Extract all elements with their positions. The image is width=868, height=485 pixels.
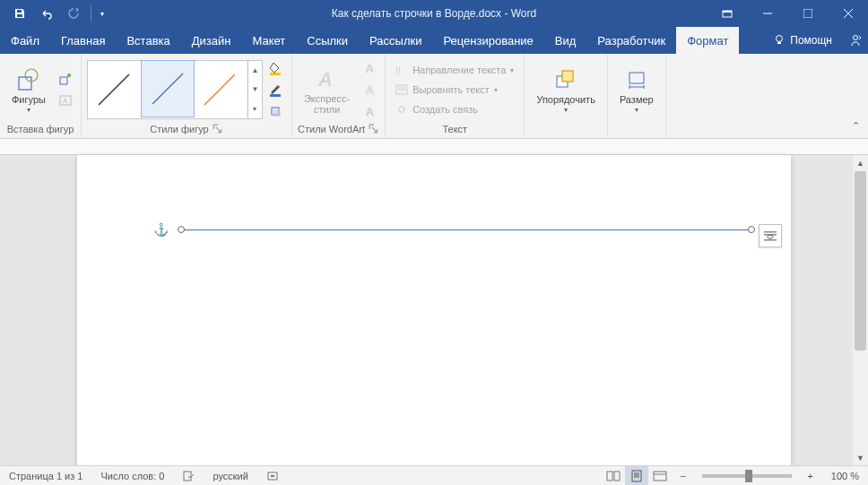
shape-styles-launcher[interactable]	[213, 124, 223, 134]
tab-mailings[interactable]: Рассылки	[359, 27, 432, 54]
svg-rect-8	[19, 77, 31, 90]
close-button[interactable]	[828, 0, 868, 27]
redo-button[interactable]	[61, 1, 86, 26]
shape-style-1[interactable]	[88, 61, 142, 118]
svg-text:A: A	[317, 68, 333, 91]
window-controls	[707, 0, 868, 27]
shapes-label: Фигуры	[12, 94, 46, 105]
align-text-icon	[395, 83, 408, 96]
horizontal-ruler[interactable]	[0, 139, 868, 155]
scroll-down-button[interactable]: ▼	[853, 450, 868, 465]
svg-line-16	[204, 74, 235, 105]
document-page[interactable]: ⚓	[77, 155, 791, 465]
zoom-slider-thumb[interactable]	[745, 470, 752, 482]
tab-view[interactable]: Вид	[544, 27, 587, 54]
vertical-scrollbar[interactable]: ▲ ▼	[853, 155, 868, 465]
status-page[interactable]: Страница 1 из 1	[0, 466, 91, 485]
group-wordart-styles: A Экспресс- стили A A A Стили WordArt	[292, 54, 386, 138]
ribbon: Фигуры ▾ A Вставка фигур ▲ ▼ ▾	[0, 54, 868, 139]
quick-access-toolbar: ▾	[0, 1, 108, 26]
tabs-right: Помощн	[766, 27, 868, 54]
minimize-button[interactable]	[747, 0, 787, 27]
shape-outline-button[interactable]	[266, 80, 286, 100]
tab-developer[interactable]: Разработчик	[586, 27, 676, 54]
collapse-ribbon-button[interactable]: ⌃	[848, 120, 863, 134]
shape-fill-icon	[268, 61, 284, 75]
shape-style-3[interactable]	[194, 61, 247, 118]
tab-layout[interactable]: Макет	[241, 27, 296, 54]
edit-shape-icon	[58, 72, 73, 86]
group-label-insert-shapes: Вставка фигур	[5, 122, 75, 136]
svg-rect-1	[723, 11, 732, 13]
status-language[interactable]: русский	[204, 466, 256, 485]
svg-rect-18	[270, 94, 281, 97]
status-proofing[interactable]	[173, 466, 204, 485]
tab-review[interactable]: Рецензирование	[432, 27, 543, 54]
save-icon	[13, 7, 26, 20]
status-macro[interactable]	[257, 466, 288, 485]
ribbon-tabs: Файл Главная Вставка Дизайн Макет Ссылки…	[0, 27, 868, 54]
gallery-down-button[interactable]: ▼	[248, 80, 262, 99]
tab-references[interactable]: Ссылки	[296, 27, 359, 54]
group-insert-shapes: Фигуры ▾ A Вставка фигур	[0, 54, 82, 138]
wordart-styles-launcher[interactable]	[369, 124, 379, 134]
size-button[interactable]: Размер ▾	[613, 63, 660, 116]
zoom-level[interactable]: 100 %	[822, 471, 868, 481]
edit-shape-button[interactable]	[56, 69, 75, 89]
svg-point-6	[777, 36, 783, 42]
svg-rect-39	[614, 472, 620, 481]
svg-rect-20	[273, 109, 281, 117]
svg-text:I͎I͎: I͎I͎	[395, 65, 401, 75]
svg-rect-34	[764, 239, 777, 241]
group-label-arrange	[530, 122, 601, 136]
view-read-mode[interactable]	[602, 466, 625, 486]
undo-button[interactable]	[34, 1, 59, 26]
svg-point-7	[854, 36, 858, 40]
ribbon-display-button[interactable]	[707, 0, 747, 27]
status-words[interactable]: Число слов: 0	[91, 466, 173, 485]
shapes-button[interactable]: Фигуры ▾	[5, 63, 52, 116]
arrange-icon	[551, 65, 580, 94]
align-text-button: Выровнять текст▾	[391, 81, 502, 99]
zoom-out-button[interactable]: −	[672, 466, 695, 486]
text-fill-button: A	[360, 58, 379, 78]
arrange-button[interactable]: Упорядочить ▾	[530, 63, 601, 116]
gallery-up-button[interactable]: ▲	[248, 61, 262, 80]
line-handle-start[interactable]	[178, 226, 185, 233]
qat-customize-button[interactable]: ▾	[96, 1, 108, 26]
group-label-shape-styles: Стили фигур	[150, 124, 208, 134]
read-mode-icon	[606, 470, 621, 482]
create-link-label: Создать связь	[412, 104, 478, 115]
line-handle-end[interactable]	[748, 226, 755, 233]
view-print-layout[interactable]	[625, 466, 648, 486]
tab-file[interactable]: Файл	[0, 27, 50, 54]
svg-rect-10	[60, 77, 67, 84]
tab-home[interactable]: Главная	[50, 27, 116, 54]
scroll-up-button[interactable]: ▲	[853, 155, 868, 170]
shape-style-2[interactable]	[141, 60, 195, 117]
share-icon[interactable]	[848, 33, 863, 48]
text-box-button: A	[56, 91, 75, 110]
shape-fill-button[interactable]	[266, 58, 286, 78]
selected-line-shape[interactable]	[181, 230, 751, 230]
tab-insert[interactable]: Вставка	[116, 27, 180, 54]
save-button[interactable]	[7, 1, 32, 26]
svg-rect-28	[629, 73, 644, 83]
shape-effects-button[interactable]	[266, 101, 286, 121]
gallery-more-button[interactable]: ▾	[248, 100, 262, 118]
close-icon	[844, 9, 853, 18]
qat-separator	[91, 5, 91, 22]
zoom-in-button[interactable]: +	[799, 466, 822, 486]
view-web-layout[interactable]	[648, 466, 672, 486]
scroll-thumb[interactable]	[855, 171, 866, 351]
lightbulb-icon	[773, 34, 786, 47]
text-direction-icon: I͎I͎	[395, 64, 408, 76]
proofing-icon	[182, 470, 195, 482]
tab-format[interactable]: Формат	[676, 27, 739, 54]
layout-options-button[interactable]	[759, 224, 782, 247]
help-button[interactable]: Помощн	[766, 27, 839, 54]
text-box-icon: A	[58, 93, 73, 108]
maximize-button[interactable]	[787, 0, 828, 27]
zoom-slider[interactable]	[702, 474, 792, 478]
tab-design[interactable]: Дизайн	[181, 27, 242, 54]
